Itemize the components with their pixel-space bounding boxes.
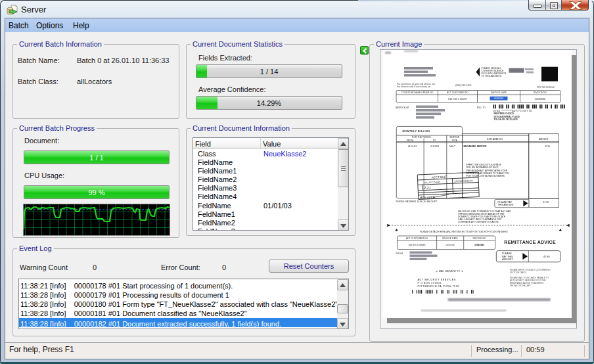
- svg-text:30585686: 30585686: [474, 244, 484, 246]
- svg-text:REMITTANCE ADVICE: REMITTANCE ADVICE: [504, 240, 556, 244]
- svg-text:PLEASE PAY: PLEASE PAY: [498, 201, 513, 204]
- svg-text:01/31/03: 01/31/03: [494, 97, 503, 100]
- svg-text:▼ MAIL PAYMENT TO ▼: ▼ MAIL PAYMENT TO ▼: [436, 270, 463, 273]
- svg-text:SHOWN ON THE LEFT: SHOWN ON THE LEFT: [510, 284, 531, 287]
- svg-text:FOR YOUR CONTINUING BUSINESS: FOR YOUR CONTINUING BUSINESS: [467, 175, 505, 177]
- svg-text:THIS AMOUNT: THIS AMOUNT: [498, 204, 514, 206]
- svg-text:01/31/03: 01/31/03: [430, 145, 439, 148]
- svg-text:TERMS: PAYMENT DUE ON RECEIPT: TERMS: PAYMENT DUE ON RECEIPT: [396, 200, 438, 203]
- svg-text:RENTERS CHOICE: RENTERS CHOICE: [494, 112, 514, 115]
- svg-text:47 90: 47 90: [545, 145, 551, 148]
- svg-text:FROM: FROM: [396, 252, 403, 255]
- svg-text:SERVICE: SERVICE: [449, 136, 460, 139]
- svg-text:ADT SECURITY SERVICES: ADT SECURITY SERVICES: [418, 279, 456, 281]
- svg-text:47 80: 47 80: [543, 201, 549, 204]
- svg-text:INVOICE NO: INVOICE NO: [534, 91, 547, 94]
- svg-text:ACT CUSTOMER NO: ACT CUSTOMER NO: [447, 91, 468, 94]
- svg-text:PLEASE DETACH HERE AND RETURN: PLEASE DETACH HERE AND RETURN BOTTOM POR…: [420, 231, 509, 233]
- svg-text:INVOICE DATE: INVOICE DATE: [491, 91, 507, 94]
- svg-text:YOUR PURCHASE ORDER NO: YOUR PURCHASE ORDER NO: [401, 91, 434, 94]
- svg-text:ACCT DIST: ACCT DIST: [432, 175, 447, 179]
- svg-text:INVOICE DATE: INVOICE DATE: [442, 237, 458, 240]
- svg-text:30585686: 30585686: [535, 98, 546, 101]
- svg-text:FOR THE PERIOD: FOR THE PERIOD: [412, 136, 431, 139]
- svg-text:2,21: 2,21: [424, 186, 431, 190]
- svg-text:INVOICE NO: INVOICE NO: [473, 237, 486, 240]
- svg-text:BILL TO: BILL TO: [477, 106, 486, 109]
- svg-text:TO: TO: [433, 139, 436, 142]
- svg-text:816 335 5 0008T: 816 335 5 0008T: [448, 98, 467, 101]
- svg-text:PITTSBURGH PA 15250-7956: PITTSBURGH PA 15250-7956: [418, 285, 459, 288]
- svg-text:TYPE: TYPE: [451, 139, 458, 142]
- svg-text:COVERAGE AT YOUR NEW LOCATION: COVERAGE AT YOUR NEW LOCATION: [458, 221, 499, 223]
- svg-text:47 80: 47 80: [543, 256, 550, 258]
- svg-text:217601 *************AUTO**2 D: 217601 *************AUTO**2 DIGIT 741: [493, 110, 532, 112]
- svg-text:FROM: FROM: [407, 139, 413, 142]
- svg-text:01/31/03: 01/31/03: [446, 244, 454, 246]
- svg-text:G/L ACCOUNT: G/L ACCOUNT: [424, 181, 441, 184]
- svg-text:MULT: MULT: [449, 145, 455, 148]
- svg-text:MONTHLY BILLING: MONTHLY BILLING: [403, 130, 430, 133]
- svg-text:TO THIS ADDRESS: TO THIS ADDRESS: [482, 75, 502, 78]
- svg-text:EXPLANATION: EXPLANATION: [487, 138, 503, 141]
- svg-text:MGR APPR: MGR APPR: [420, 195, 435, 199]
- svg-text:TRV 58 1616100: TRV 58 1616100: [537, 86, 555, 89]
- svg-text:(800) 535 2455: (800) 535 2455: [455, 84, 471, 87]
- svg-text:016 335 5 0008S: 016 335 5 0008S: [409, 244, 426, 246]
- svg-text:BEGINNING SERVICE: BEGINNING SERVICE: [464, 145, 488, 148]
- svg-text:ADT CUSTOMER NO: ADT CUSTOMER NO: [406, 237, 428, 240]
- svg-text:AMOUNT: AMOUNT: [539, 138, 549, 141]
- svg-text:5915 A ADMIRAL PLACE: 5915 A ADMIRAL PLACE: [494, 116, 520, 118]
- svg-text:TULSA OK 74115-0878: TULSA OK 74115-0878: [494, 118, 518, 121]
- svg-text:the reverse side if necessar: the reverse side if necessary on: [397, 85, 430, 88]
- svg-text:ON YOUR CHECK: ON YOUR CHECK: [510, 271, 526, 274]
- svg-text:SERVICE AT: SERVICE AT: [396, 106, 410, 109]
- svg-text:P O BOX 371956: P O BOX 371956: [418, 282, 442, 284]
- svg-text:01/01/03: 01/01/03: [408, 145, 417, 148]
- svg-text:AMOUNT: AMOUNT: [502, 258, 513, 261]
- svg-text:For questions on your bill pl: For questions on your bill please see: [397, 83, 436, 85]
